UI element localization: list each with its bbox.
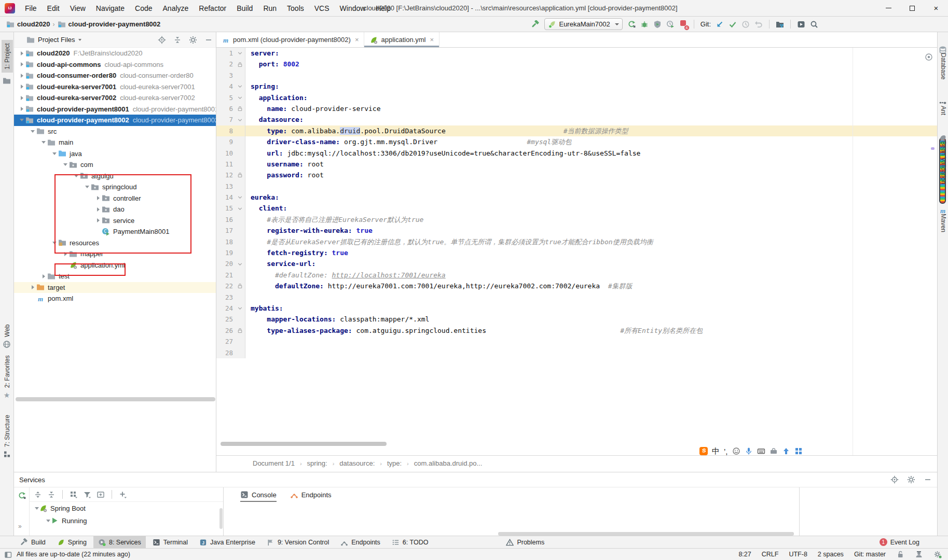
tree-row-application-yml[interactable]: application.yml bbox=[14, 260, 216, 271]
tree-chevron-icon[interactable] bbox=[94, 207, 102, 212]
tree-row-controller[interactable]: controller bbox=[14, 193, 216, 204]
menu-vcs[interactable]: VCS bbox=[310, 2, 334, 15]
tool-stripe-web[interactable]: Web bbox=[4, 325, 11, 337]
tree-chevron-icon[interactable] bbox=[94, 218, 102, 222]
tree-chevron-icon[interactable] bbox=[35, 507, 39, 510]
tree-row-main[interactable]: main bbox=[14, 137, 216, 148]
tool-stripe-ant[interactable]: Ant bbox=[940, 106, 947, 115]
tree-chevron-icon[interactable] bbox=[51, 242, 58, 244]
toolwindow-problems[interactable]: Problems bbox=[501, 536, 549, 549]
code-line-28[interactable]: 28 bbox=[216, 347, 937, 358]
commit-icon[interactable] bbox=[729, 20, 737, 29]
code-line-7[interactable]: 7 datasource: bbox=[216, 114, 937, 125]
tree-chevron-icon[interactable] bbox=[94, 196, 102, 200]
code-line-13[interactable]: 13 bbox=[216, 181, 937, 192]
rollback-icon[interactable] bbox=[754, 20, 763, 29]
code-editor[interactable]: 1server:2 port: 800234spring:5 applicati… bbox=[216, 48, 937, 455]
code-line-14[interactable]: 14eureka: bbox=[216, 192, 937, 203]
chinese-mode-icon[interactable]: 中 bbox=[712, 446, 720, 456]
close-icon[interactable]: × bbox=[430, 36, 434, 44]
tool-stripe-favorites[interactable]: 2: Favorites bbox=[4, 355, 11, 388]
punctuation-icon[interactable]: ’, bbox=[724, 447, 728, 456]
code-line-22[interactable]: 22 defaultZone: http://eureka7001.com:70… bbox=[216, 281, 937, 291]
project-view-title[interactable]: Project Files bbox=[38, 36, 75, 44]
menu-run[interactable]: Run bbox=[258, 2, 281, 15]
tree-chevron-icon[interactable] bbox=[18, 85, 25, 89]
tree-chevron-icon[interactable] bbox=[18, 74, 25, 78]
locate-icon[interactable] bbox=[158, 36, 166, 44]
filter-icon[interactable] bbox=[83, 491, 91, 499]
code-line-15[interactable]: 15 client: bbox=[216, 203, 937, 214]
event-log-button[interactable]: 1Event Log bbox=[880, 538, 919, 546]
menu-view[interactable]: View bbox=[65, 2, 90, 15]
toolwindow-build[interactable]: Build bbox=[16, 536, 50, 549]
tree-row-paymentmain8001[interactable]: CPaymentMain8001 bbox=[14, 226, 216, 237]
services-vertical-scrollbar[interactable] bbox=[219, 508, 223, 529]
profiler-icon[interactable] bbox=[666, 20, 675, 29]
tree-chevron-icon[interactable] bbox=[40, 274, 47, 278]
code-line-10[interactable]: 10 url: jdbc:mysql://localhost:3306/db20… bbox=[216, 148, 937, 159]
code-line-6[interactable]: 6 name: cloud-provider-service bbox=[216, 103, 937, 114]
expand-all-icon[interactable] bbox=[34, 491, 42, 499]
folder-small-icon[interactable] bbox=[3, 77, 11, 85]
code-line-25[interactable]: 25 mapper-locations: classpath:mapper/*.… bbox=[216, 314, 937, 325]
tree-row-cloud-eureka-server7002[interactable]: cloud-eureka-server7002cloud-eureka-serv… bbox=[14, 92, 216, 104]
collapse-all-icon[interactable] bbox=[47, 491, 56, 499]
tree-row-atguigu[interactable]: atguigu bbox=[14, 171, 216, 182]
services-tab-console[interactable]: Console bbox=[240, 487, 277, 502]
tree-row-resources[interactable]: resources bbox=[14, 237, 216, 249]
stop-button[interactable]: 4 bbox=[679, 19, 688, 29]
run-anything-icon[interactable] bbox=[797, 20, 805, 29]
editor-horizontal-scrollbar[interactable] bbox=[221, 442, 387, 446]
tree-row-service[interactable]: service bbox=[14, 215, 216, 227]
toolwindow-terminal[interactable]: Terminal bbox=[148, 536, 193, 549]
editor-breadcrumb-item[interactable]: Document 1/1 bbox=[253, 459, 295, 467]
debug-icon[interactable] bbox=[640, 20, 649, 29]
toolwindow-endpoints[interactable]: Endpoints bbox=[336, 536, 385, 549]
mic-icon[interactable] bbox=[745, 447, 753, 455]
hammer-icon[interactable] bbox=[531, 20, 540, 29]
tree-chevron-icon[interactable] bbox=[18, 119, 25, 121]
coverage-icon[interactable] bbox=[653, 20, 662, 29]
code-line-4[interactable]: 4spring: bbox=[216, 81, 937, 92]
tree-row-cloud-api-commons[interactable]: cloud-api-commonscloud-api-commons bbox=[14, 59, 216, 71]
search-everywhere-icon[interactable] bbox=[810, 20, 818, 29]
tree-row-java[interactable]: java bbox=[14, 148, 216, 160]
tool-stripe-database[interactable]: Database bbox=[940, 53, 947, 79]
sogou-logo-icon[interactable] bbox=[699, 447, 708, 455]
status-item-2-spaces[interactable]: 2 spaces bbox=[818, 551, 844, 558]
assistant-icon[interactable] bbox=[915, 550, 923, 558]
code-line-27[interactable]: 27 bbox=[216, 336, 937, 347]
close-icon[interactable]: × bbox=[355, 36, 359, 44]
star-icon[interactable]: ★ bbox=[3, 391, 11, 399]
code-line-2[interactable]: 2 port: 8002 bbox=[216, 59, 937, 69]
tree-chevron-icon[interactable] bbox=[18, 96, 25, 100]
minimize-button[interactable] bbox=[876, 0, 900, 16]
new-frame-icon[interactable] bbox=[97, 491, 105, 499]
menu-edit[interactable]: Edit bbox=[43, 2, 64, 15]
tool-stripe-structure[interactable]: 7: Structure bbox=[4, 415, 11, 447]
menu-navigate[interactable]: Navigate bbox=[91, 2, 129, 15]
tool-stripe-project[interactable]: 1: Project bbox=[2, 40, 13, 73]
services-row-running[interactable]: Running bbox=[30, 514, 87, 527]
structure-squares-icon[interactable] bbox=[3, 450, 11, 458]
unlock-icon[interactable] bbox=[896, 550, 904, 558]
run-config-select[interactable]: EurekaMain7002 bbox=[544, 18, 622, 30]
rerun-icon[interactable] bbox=[627, 20, 636, 29]
collapse-all-icon[interactable] bbox=[173, 36, 182, 44]
tree-row-dao[interactable]: dao bbox=[14, 204, 216, 215]
editor-breadcrumb-item[interactable]: spring: bbox=[307, 459, 327, 467]
tool-window-switcher-icon[interactable] bbox=[4, 551, 12, 559]
tree-chevron-icon[interactable] bbox=[62, 252, 69, 256]
tree-chevron-icon[interactable] bbox=[18, 62, 25, 66]
editor-breadcrumb-item[interactable]: com.alibaba.druid.po... bbox=[414, 459, 483, 467]
toolwindow-java-enterprise[interactable]: JJava Enterprise bbox=[195, 536, 260, 549]
code-line-5[interactable]: 5 application: bbox=[216, 92, 937, 103]
hidden-tabs-icon[interactable]: » bbox=[18, 523, 22, 530]
soft-keyboard-icon[interactable] bbox=[757, 447, 765, 455]
tree-chevron-icon[interactable] bbox=[46, 520, 50, 522]
tree-row-cloud-provider-payment8002[interactable]: cloud-provider-payment8002cloud-provider… bbox=[14, 115, 216, 126]
code-line-17[interactable]: 17 register-with-eureka: true bbox=[216, 225, 937, 236]
rerun-icon[interactable] bbox=[18, 492, 26, 500]
editor-tab-application.yml[interactable]: application.yml× bbox=[364, 32, 439, 47]
